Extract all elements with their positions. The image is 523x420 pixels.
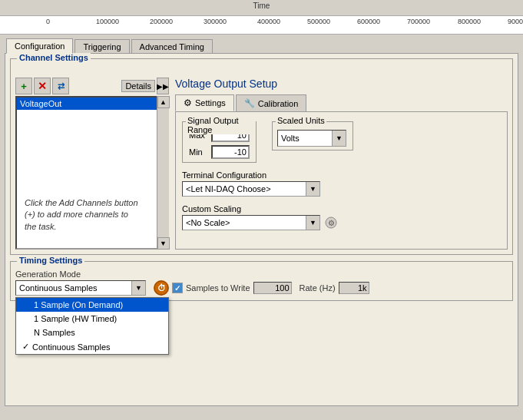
channel-list-panel: + ✕ ⇄ Details ▶▶ VoltageOut Click the Ad… (15, 78, 169, 250)
voltage-setup-title: Voltage Output Setup (175, 78, 508, 90)
signal-range-title: Signal Output Range (186, 116, 256, 134)
channel-item-voltageout[interactable]: VoltageOut (17, 98, 167, 110)
copy-channel-button[interactable]: ⇄ (52, 78, 69, 94)
custom-scaling-dropdown-btn[interactable]: ▼ (306, 216, 319, 230)
dropdown-item-continuous-label: Continuous Samples (32, 342, 111, 352)
signal-range-row: Signal Output Range Max Min (182, 121, 501, 163)
channel-settings-title: Channel Settings (17, 53, 91, 62)
svg-text:⚙: ⚙ (328, 219, 335, 227)
custom-scaling-edit-btn[interactable]: ⚙ (323, 215, 339, 230)
ruler-tick-900k: 900000 (508, 18, 523, 25)
tab-calibration-inner[interactable]: 🔧 Calibration (236, 94, 307, 111)
timing-settings-title: Timing Settings (17, 256, 84, 265)
ruler-tick-100k: 100000 (96, 18, 119, 25)
samples-checkbox[interactable]: ✓ (172, 283, 183, 293)
generation-mode-dropdown[interactable]: Continuous Samples ▼ (15, 280, 146, 296)
ruler-tick-300k: 300000 (204, 18, 227, 25)
generation-mode-popup: 1 Sample (On Demand) 1 Sample (HW Timed)… (15, 297, 169, 355)
samples-to-write-input[interactable] (253, 282, 292, 294)
ruler-tick-800k: 800000 (458, 18, 481, 25)
custom-scaling-container: <No Scale> ▼ ⚙ (182, 215, 501, 230)
ruler-axis-label: Time (253, 2, 270, 10)
add-channel-button[interactable]: + (15, 78, 32, 94)
min-input[interactable] (211, 145, 250, 159)
tab-advanced-timing[interactable]: Advanced Timing (131, 39, 213, 54)
scaled-units-title: Scaled Units (276, 116, 326, 125)
rate-container: Rate (Hz) (300, 282, 369, 294)
dropdown-item-on-demand-label: 1 Sample (On Demand) (34, 300, 123, 309)
scaled-units-value: Volts (278, 133, 332, 144)
samples-to-write-container: ⏱ ✓ Samples to Write (154, 280, 292, 296)
generation-mode-value: Continuous Samples (16, 283, 131, 293)
scroll-down-button[interactable]: ▼ (157, 237, 170, 250)
signal-range-box: Signal Output Range Max Min (182, 121, 257, 163)
rate-label: Rate (Hz) (300, 283, 336, 293)
terminal-config-dropdown[interactable]: <Let NI-DAQ Choose> ▼ (182, 181, 320, 197)
generation-mode-label: Generation Mode (15, 270, 81, 279)
inner-tab-content: Signal Output Range Max Min (175, 111, 508, 250)
calibration-icon: 🔧 (244, 98, 255, 108)
scaled-units-box: Scaled Units Volts ▼ (272, 121, 353, 150)
tab-settings-inner[interactable]: ⚙ Settings (175, 94, 234, 111)
channel-scrollbar: ▲ ▼ (157, 96, 169, 250)
terminal-config-value: <Let NI-DAQ Choose> (183, 184, 306, 194)
ruler-tick-700k: 700000 (407, 18, 430, 25)
min-row: Min (189, 145, 250, 159)
custom-scaling-dropdown[interactable]: <No Scale> ▼ (182, 215, 320, 230)
channel-toolbar: + ✕ ⇄ Details ▶▶ (15, 78, 169, 94)
channel-list-container: VoltageOut Click the Add Channels button… (15, 96, 169, 250)
inner-tab-strip: ⚙ Settings 🔧 Calibration (175, 94, 508, 111)
dropdown-item-n-samples-label: N Samples (34, 328, 75, 337)
svg-text:⏱: ⏱ (157, 283, 166, 293)
samples-to-write-label: Samples to Write (186, 283, 250, 293)
timer-icon: ⏱ (154, 280, 169, 296)
custom-scaling-value: <No Scale> (183, 217, 306, 228)
ruler-tick-400k: 400000 (257, 18, 280, 25)
scroll-up-button[interactable]: ▲ (157, 96, 170, 108)
rate-input[interactable] (339, 282, 369, 294)
samples-icon: ⏱ (154, 280, 169, 296)
dropdown-item-hw-timed[interactable]: 1 Sample (HW Timed) (16, 312, 168, 326)
dropdown-item-n-samples[interactable]: N Samples (16, 326, 168, 339)
generation-mode-dropdown-btn[interactable]: ▼ (131, 281, 145, 295)
tab-configuration[interactable]: Configuration (6, 38, 73, 54)
terminal-config-row: Terminal Configuration <Let NI-DAQ Choos… (182, 170, 501, 197)
scaled-units-dropdown[interactable]: Volts ▼ (277, 130, 346, 147)
settings-icon: ⚙ (184, 98, 192, 108)
generation-mode-container: Continuous Samples ▼ 1 Sample (On Demand… (15, 280, 146, 296)
channel-list: VoltageOut Click the Add Channels button… (15, 96, 169, 250)
ruler-tick-500k: 500000 (307, 18, 330, 25)
dropdown-item-hw-timed-label: 1 Sample (HW Timed) (34, 314, 117, 323)
ruler-tick-200k: 200000 (150, 18, 173, 25)
custom-scaling-row: Custom Scaling <No Scale> ▼ ⚙ (182, 204, 501, 230)
main-content: Configuration Triggering Advanced Timing… (0, 35, 523, 420)
ruler-tick-0: 0 (46, 18, 50, 25)
dropdown-item-on-demand[interactable]: 1 Sample (On Demand) (16, 298, 168, 312)
ruler-area: Time 0 100000 200000 300000 400000 50000… (0, 0, 523, 35)
scaled-units-dropdown-btn[interactable]: ▼ (332, 131, 346, 146)
generation-mode-row: Generation Mode (15, 270, 508, 279)
tab-strip: Configuration Triggering Advanced Timing (5, 38, 518, 53)
details-button[interactable]: Details (121, 80, 155, 92)
min-label: Min (189, 147, 208, 157)
outer-panel: Channel Settings + ✕ ⇄ Details ▶▶ Voltag… (5, 53, 518, 406)
terminal-config-dropdown-btn[interactable]: ▼ (306, 182, 319, 196)
timing-controls-row: Continuous Samples ▼ 1 Sample (On Demand… (15, 280, 508, 296)
channel-settings-group: Channel Settings + ✕ ⇄ Details ▶▶ Voltag… (10, 58, 513, 255)
checkbox-check-mark: ✓ (174, 284, 180, 293)
dropdown-item-continuous[interactable]: Continuous Samples (16, 339, 168, 354)
terminal-config-label: Terminal Configuration (182, 170, 501, 180)
timing-settings-group: Timing Settings Generation Mode Continuo… (10, 261, 513, 301)
expand-button[interactable]: ▶▶ (157, 78, 169, 94)
voltage-setup-panel: Voltage Output Setup ⚙ Settings 🔧 Calibr… (175, 78, 508, 250)
ruler-tick-600k: 600000 (357, 18, 380, 25)
tab-triggering[interactable]: Triggering (74, 39, 129, 54)
custom-scaling-label: Custom Scaling (182, 204, 501, 213)
remove-channel-button[interactable]: ✕ (34, 78, 51, 94)
edit-icon: ⚙ (325, 217, 337, 229)
channel-hint: Click the Add Channels button (+) to add… (25, 197, 138, 233)
